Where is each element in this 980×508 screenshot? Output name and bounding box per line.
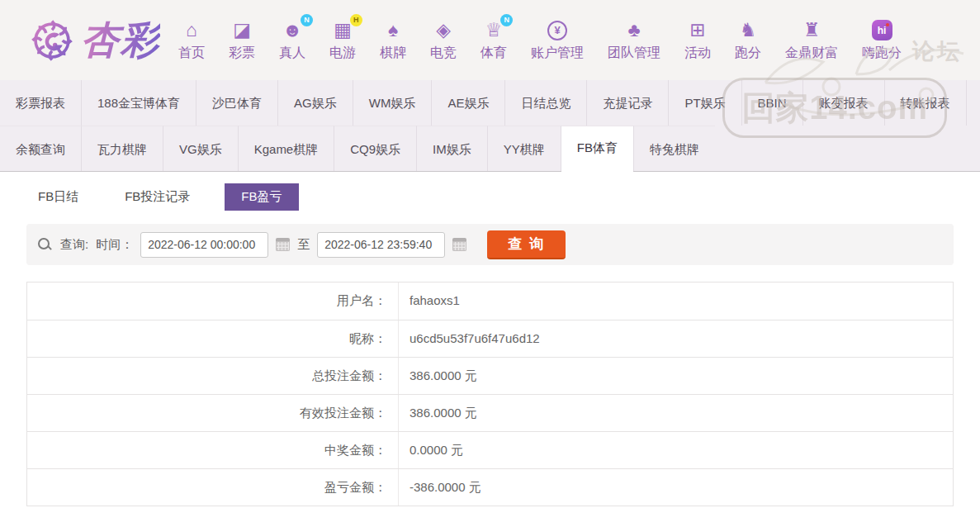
time-to-input[interactable]: [317, 232, 445, 258]
hot-badge: H: [350, 14, 362, 26]
row-value: fahaoxs1: [399, 282, 953, 320]
new-badge: N: [301, 14, 313, 26]
nav-item-lottery[interactable]: ◪ 彩票: [229, 19, 255, 62]
row-value: 0.0000 元: [399, 432, 953, 468]
tab-tetu-boardgames[interactable]: 特兔棋牌: [633, 126, 715, 171]
tab-account-change-report[interactable]: 账变报表: [802, 80, 884, 126]
query-bar: 查询: 时间： 至 查 询: [26, 224, 954, 265]
tab-wm[interactable]: WM娱乐: [353, 80, 432, 126]
top-navigation-bar: 杏彩 ⌂ 首页 ◪ 彩票 ☻ N 真人 ▦ H 电游 ♠ 棋牌 ◈ 电竞: [0, 0, 980, 80]
nav-item-account-mgmt[interactable]: ¥ 账户管理: [531, 19, 584, 62]
nav-item-home[interactable]: ⌂ 首页: [178, 19, 205, 62]
cards-icon: ♠: [388, 19, 398, 42]
esports-icon: ◈: [436, 19, 451, 42]
tab-fb-sports[interactable]: FB体育: [561, 126, 633, 171]
time-label: 时间：: [96, 237, 133, 253]
table-row-profit-loss: 盈亏金额： -386.0000 元: [27, 468, 953, 506]
tab-bbin[interactable]: BBIN: [741, 80, 802, 126]
tab-lottery-report[interactable]: 彩票报表: [0, 80, 81, 126]
row-label: 盈亏金额：: [27, 469, 399, 506]
tripod-icon: ♜: [803, 19, 821, 42]
live-person-icon: ☻ N: [282, 19, 302, 42]
tab-kgame[interactable]: Kgame棋牌: [238, 126, 334, 171]
report-tabs-panel: 彩票报表 188金宝博体育 沙巴体育 AG娱乐 WM娱乐 AE娱乐 日结总览 充…: [0, 80, 980, 172]
fb-subtabs: FB日结 FB投注记录 FB盈亏: [0, 172, 980, 219]
tab-row-1: 彩票报表 188金宝博体育 沙巴体育 AG娱乐 WM娱乐 AE娱乐 日结总览 充…: [0, 80, 980, 126]
calendar-icon-to[interactable]: [452, 238, 466, 251]
tab-pt[interactable]: PT娱乐: [668, 80, 741, 126]
tab-row-2: 余额查询 瓦力棋牌 VG娱乐 Kgame棋牌 CQ9娱乐 IM娱乐 YY棋牌 F…: [0, 126, 980, 171]
calendar-icon-from[interactable]: [276, 238, 290, 251]
to-separator: 至: [297, 237, 310, 253]
nav-item-promotions[interactable]: ⊞ 活动: [684, 19, 711, 62]
subtab-fb-profit-loss[interactable]: FB盈亏: [225, 183, 298, 211]
tab-cq9[interactable]: CQ9娱乐: [334, 126, 416, 171]
tab-wali-boardgames[interactable]: 瓦力棋牌: [81, 126, 163, 171]
flower-logo-icon: [28, 17, 76, 64]
subtab-fb-daily[interactable]: FB日结: [26, 183, 90, 211]
brand-name: 杏彩: [81, 15, 160, 66]
row-label: 总投注金额：: [27, 358, 399, 394]
brand-logo[interactable]: 杏彩: [28, 15, 160, 66]
time-from-input[interactable]: [140, 232, 268, 258]
nav-item-team-mgmt[interactable]: ♣ 团队管理: [608, 19, 660, 62]
table-row-total-bet: 总投注金额： 386.0000 元: [27, 357, 953, 394]
watermark-forum-text: 论坛: [912, 36, 962, 66]
table-row-username: 用户名： fahaoxs1: [27, 282, 953, 320]
subtab-fb-bet-records[interactable]: FB投注记录: [113, 183, 201, 211]
nav-item-live[interactable]: ☻ N 真人: [279, 19, 305, 62]
table-row-nickname: 昵称： u6cd5u53f7u6f47u6d12: [27, 320, 953, 357]
search-icon: [38, 238, 51, 251]
table-row-valid-bet: 有效投注金额： 386.0000 元: [27, 394, 953, 431]
nav-item-hi-paofen[interactable]: hi 嗨跑分: [862, 19, 902, 62]
gamepad-icon: ▦ H: [334, 19, 352, 42]
tab-deposit-withdraw[interactable]: 充提记录: [586, 80, 668, 126]
tab-188jbb-sports[interactable]: 188金宝博体育: [81, 80, 196, 126]
tab-saba-sports[interactable]: 沙巴体育: [196, 80, 277, 126]
row-label: 昵称：: [27, 320, 399, 357]
tab-im[interactable]: IM娱乐: [416, 126, 487, 171]
tab-yy-boardgames[interactable]: YY棋牌: [487, 126, 561, 171]
tab-transfer-report[interactable]: 转账报表: [884, 80, 966, 126]
tab-vg[interactable]: VG娱乐: [163, 126, 238, 171]
nav-item-paofen[interactable]: ♞ 跑分: [735, 19, 761, 62]
row-label: 中奖金额：: [27, 432, 399, 468]
query-label: 查询:: [60, 237, 88, 253]
new-badge: N: [500, 14, 513, 26]
nav-item-boardgames[interactable]: ♠ 棋牌: [380, 19, 406, 62]
tab-ae[interactable]: AE娱乐: [431, 80, 504, 126]
nav-item-sports[interactable]: ♕ N 体育: [481, 19, 507, 62]
query-button[interactable]: 查 询: [487, 230, 566, 259]
row-label: 有效投注金额：: [27, 395, 399, 431]
rhino-icon: ♞: [740, 19, 757, 42]
tab-rebate-total[interactable]: 返点总额: [966, 80, 980, 126]
nav-item-jinding-wealth[interactable]: ♜ 金鼎财富: [785, 19, 838, 62]
nav-item-esports[interactable]: ◈ 电竞: [430, 19, 457, 62]
profit-loss-table: 用户名： fahaoxs1 昵称： u6cd5u53f7u6f47u6d12 总…: [26, 282, 954, 506]
row-label: 用户名：: [27, 282, 399, 320]
team-icon: ♣: [627, 19, 640, 42]
main-nav: ⌂ 首页 ◪ 彩票 ☻ N 真人 ▦ H 电游 ♠ 棋牌 ◈ 电竞 ♕ N: [178, 19, 902, 62]
trophy-icon: ♕ N: [485, 19, 503, 42]
row-value: 386.0000 元: [399, 395, 953, 431]
tab-ag[interactable]: AG娱乐: [277, 80, 353, 126]
gift-icon: ⊞: [689, 19, 705, 42]
home-icon: ⌂: [186, 19, 197, 42]
tab-daily-summary[interactable]: 日结总览: [504, 80, 586, 126]
lottery-ticket-icon: ◪: [233, 19, 251, 42]
tab-balance-query[interactable]: 余额查询: [0, 126, 81, 171]
row-value: 386.0000 元: [399, 358, 953, 394]
table-row-winnings: 中奖金额： 0.0000 元: [27, 431, 953, 468]
row-value: -386.0000 元: [399, 469, 953, 506]
row-value: u6cd5u53f7u6f47u6d12: [399, 320, 953, 357]
nav-item-egames[interactable]: ▦ H 电游: [329, 19, 356, 62]
hi-app-icon: hi: [872, 19, 892, 42]
yen-coin-icon: ¥: [547, 19, 567, 42]
